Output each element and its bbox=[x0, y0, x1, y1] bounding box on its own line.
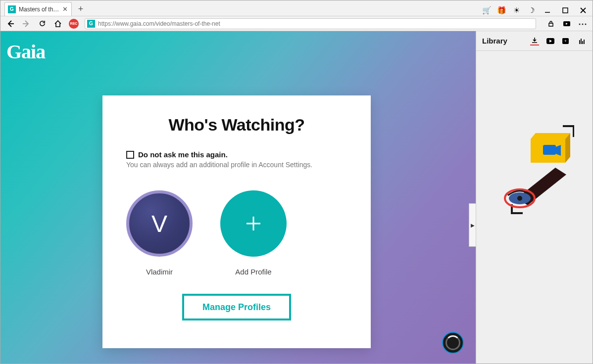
plus-icon bbox=[242, 212, 265, 235]
nav-right: ⋯ bbox=[542, 19, 588, 29]
manage-profiles-button[interactable]: Manage Profiles bbox=[182, 294, 291, 320]
profile-card: Who's Watching? Do not ask me this again… bbox=[102, 95, 371, 348]
add-profile-label: Add Profile bbox=[235, 268, 271, 276]
menu-icon[interactable]: ⋯ bbox=[578, 19, 588, 29]
lock-icon[interactable] bbox=[546, 19, 556, 29]
night-icon[interactable]: ☽ bbox=[526, 5, 536, 15]
address-favicon: G bbox=[87, 20, 95, 28]
card-heading: Who's Watching? bbox=[126, 115, 347, 135]
sidebar-collapse-handle[interactable]: ▶ bbox=[469, 203, 476, 247]
checkbox-label: Do not ask me this again. bbox=[138, 150, 228, 159]
home-button[interactable] bbox=[53, 19, 63, 29]
tab-close-icon[interactable]: ✕ bbox=[61, 6, 68, 13]
nav-bar: REC G https://www.gaia.com/video/masters… bbox=[0, 16, 593, 31]
page-content: Gaia Who's Watching? Do not ask me this … bbox=[0, 31, 476, 364]
video-add-icon[interactable]: + bbox=[562, 37, 571, 46]
tab-title: Masters of the Ne bbox=[19, 6, 61, 13]
profiles-row: V Vladimir Add Profile bbox=[126, 190, 347, 276]
svg-rect-6 bbox=[549, 23, 553, 26]
loading-spinner-icon[interactable] bbox=[442, 332, 464, 354]
svg-point-24 bbox=[517, 196, 522, 201]
workspace: Gaia Who's Watching? Do not ask me this … bbox=[0, 31, 593, 364]
svg-rect-21 bbox=[543, 145, 556, 155]
svg-marker-19 bbox=[531, 133, 570, 139]
titlebar-actions: 🛒 🎁 ☀ ☽ bbox=[482, 5, 593, 16]
record-button[interactable]: REC bbox=[69, 19, 79, 29]
gift-icon[interactable]: 🎁 bbox=[496, 5, 506, 15]
profile-vladimir[interactable]: V Vladimir bbox=[126, 190, 193, 276]
do-not-ask-checkbox[interactable] bbox=[126, 151, 134, 159]
profile-avatar: V bbox=[126, 190, 193, 257]
reload-button[interactable] bbox=[37, 19, 47, 29]
address-bar[interactable]: G https://www.gaia.com/video/masters-of-… bbox=[85, 18, 536, 29]
browser-tab[interactable]: G Masters of the Ne ✕ bbox=[4, 2, 72, 16]
add-profile-button[interactable]: Add Profile bbox=[220, 190, 287, 276]
youtube-icon[interactable] bbox=[546, 37, 555, 46]
brightness-icon[interactable]: ☀ bbox=[511, 5, 521, 15]
tab-strip: G Masters of the Ne ✕ + 🛒 🎁 ☀ ☽ bbox=[0, 0, 593, 16]
sidebar-icons: + bbox=[530, 37, 587, 46]
window-close-button[interactable] bbox=[577, 5, 590, 16]
back-button[interactable] bbox=[5, 19, 15, 29]
site-logo: Gaia bbox=[6, 40, 45, 63]
svg-rect-1 bbox=[563, 8, 568, 13]
video-icon[interactable] bbox=[562, 19, 572, 29]
checkbox-row: Do not ask me this again. bbox=[126, 150, 347, 159]
download-icon[interactable] bbox=[530, 37, 539, 46]
window-minimize-button[interactable] bbox=[541, 5, 554, 16]
new-tab-button[interactable]: + bbox=[74, 2, 88, 16]
avatar-letter: V bbox=[151, 210, 167, 237]
sidebar-title: Library bbox=[482, 37, 507, 45]
forward-button[interactable] bbox=[21, 19, 31, 29]
library-sidebar: Library + bbox=[476, 31, 593, 364]
cart-icon[interactable]: 🛒 bbox=[482, 5, 492, 15]
tab-favicon: G bbox=[8, 5, 16, 13]
add-profile-avatar bbox=[220, 190, 287, 257]
profile-label: Vladimir bbox=[146, 268, 173, 276]
sidebar-body bbox=[476, 51, 593, 364]
sidebar-illustration bbox=[497, 125, 574, 214]
checkbox-subtext: You can always add an additional profile… bbox=[126, 161, 347, 169]
window-maximize-button[interactable] bbox=[559, 5, 572, 16]
sidebar-header: Library + bbox=[476, 31, 593, 51]
svg-text:+: + bbox=[564, 39, 567, 44]
address-url: https://www.gaia.com/video/masters-of-th… bbox=[98, 20, 220, 27]
equalizer-icon[interactable] bbox=[578, 37, 587, 46]
